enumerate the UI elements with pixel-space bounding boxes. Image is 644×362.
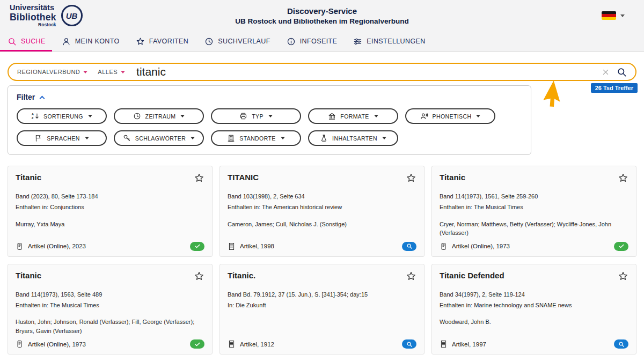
search-submit-icon[interactable] bbox=[617, 67, 627, 77]
result-volume: Band 114(1973), 1561, Seite 259-260 bbox=[440, 193, 628, 201]
chevron-down-icon bbox=[83, 71, 87, 73]
favorite-star-icon[interactable] bbox=[406, 173, 416, 186]
result-authors: Cryer, Norman; Matthews, Betty (Verfasse… bbox=[440, 220, 628, 238]
filter-sortierung-button[interactable]: AZ SORTIERUNG bbox=[17, 108, 107, 124]
result-card: Titanic Defended Band 34(1997), 2, Seite… bbox=[431, 264, 636, 355]
filter-formate-button[interactable]: FORMATE bbox=[308, 108, 398, 124]
filter-sprachen-button[interactable]: SPRACHEN bbox=[17, 130, 107, 146]
media-type-icon bbox=[16, 242, 24, 251]
nav-tab-favoriten[interactable]: FAVORITEN bbox=[136, 31, 189, 51]
check-icon bbox=[194, 243, 201, 249]
device-icon bbox=[16, 339, 24, 349]
result-authors: Huston, John; Johnson, Ronald (Verfasser… bbox=[16, 317, 204, 335]
chevron-down-icon bbox=[476, 115, 480, 117]
nav-tab-suchverlauf[interactable]: SUCHVERLAUF bbox=[204, 31, 270, 51]
nav-tab-mein-konto[interactable]: MEIN KONTO bbox=[62, 31, 120, 51]
catalog-scope-dropdown[interactable]: REGIONALVERBUND bbox=[17, 69, 87, 75]
favorite-star-icon[interactable] bbox=[194, 271, 204, 284]
availability-badge[interactable] bbox=[614, 339, 628, 349]
info-icon bbox=[287, 37, 296, 46]
result-card: Titanic Band 114(1973), 1561, Seite 259-… bbox=[431, 166, 636, 257]
clock-icon bbox=[133, 112, 141, 120]
search-icon bbox=[8, 37, 17, 46]
result-title[interactable]: Titanic. bbox=[228, 271, 255, 280]
logo-monogram: UB bbox=[66, 11, 78, 20]
result-contained-in: Enthalten in: Marine technology and SNAM… bbox=[440, 301, 628, 309]
filter-typ-button[interactable]: TYP bbox=[211, 108, 301, 124]
result-authors: Woodward, John B. bbox=[440, 317, 628, 335]
result-type-year: Artikel (Online), 1973 bbox=[452, 243, 610, 249]
language-selector[interactable] bbox=[602, 11, 625, 20]
flag-icon bbox=[34, 134, 42, 142]
logo-line1: Universitäts bbox=[10, 4, 56, 12]
result-type-year: Artikel, 1997 bbox=[452, 341, 610, 348]
document-icon bbox=[228, 339, 236, 349]
result-authors: Murray, Yxta Maya bbox=[16, 220, 204, 238]
check-icon bbox=[194, 341, 201, 348]
main-nav: SUCHE MEIN KONTO FAVORITEN SUCHVERLAUF I… bbox=[0, 31, 644, 52]
results-count-badge: 26 Tsd Treffer bbox=[591, 83, 638, 93]
filter-label: SPRACHEN bbox=[47, 135, 80, 142]
nav-tab-einstellungen[interactable]: EINSTELLUNGEN bbox=[353, 31, 425, 51]
result-card: Titanic Band (2023), 80, Seite 173-184 E… bbox=[8, 166, 213, 257]
nav-tab-label: INFOSEITE bbox=[300, 38, 338, 45]
result-type-year: Artikel (Online), 1973 bbox=[28, 341, 186, 348]
search-section: REGIONALVERBUND ALLES bbox=[8, 63, 636, 81]
chevron-down-icon bbox=[121, 71, 125, 73]
result-volume: Band 34(1997), 2, Seite 119-124 bbox=[440, 291, 628, 299]
favorite-star-icon[interactable] bbox=[194, 173, 204, 186]
favorite-star-icon[interactable] bbox=[618, 271, 628, 284]
nav-tab-suche[interactable]: SUCHE bbox=[8, 31, 46, 51]
result-title[interactable]: Titanic Defended bbox=[440, 271, 504, 280]
filter-inhaltsarten-button[interactable]: INHALTSARTEN bbox=[308, 130, 398, 146]
filter-phonetisch-button[interactable]: PHONETISCH bbox=[405, 108, 495, 124]
result-type-year: Artikel, 1998 bbox=[240, 243, 398, 249]
filter-standorte-button[interactable]: STANDORTE bbox=[211, 130, 301, 146]
nav-tab-infoseite[interactable]: INFOSEITE bbox=[287, 31, 338, 51]
result-card: Titanic. Band Bd. 79.1912, 37 (15. Jun.)… bbox=[219, 264, 425, 355]
availability-badge[interactable] bbox=[190, 339, 204, 349]
field-scope-dropdown[interactable]: ALLES bbox=[98, 69, 125, 75]
result-title[interactable]: Titanic bbox=[16, 173, 41, 182]
filter-schlagwoerter-button[interactable]: SCHLAGWÖRTER bbox=[114, 130, 204, 146]
search-input[interactable] bbox=[136, 65, 597, 78]
result-contained-in: Enthalten in: The Musical Times bbox=[440, 203, 628, 211]
search-bar-actions bbox=[602, 67, 627, 77]
result-type-year: Artikel (Online), 2023 bbox=[28, 243, 186, 249]
service-title: Discovery-Service bbox=[0, 6, 644, 16]
chevron-down-icon bbox=[620, 14, 625, 17]
filter-label: STANDORTE bbox=[239, 135, 275, 142]
star-icon bbox=[136, 37, 145, 46]
mouse-cursor-pointer bbox=[541, 80, 569, 110]
german-flag-icon bbox=[602, 11, 616, 20]
chevron-up-icon bbox=[40, 95, 45, 101]
result-footer: Artikel (Online), 1973 bbox=[16, 339, 204, 349]
nav-tab-label: FAVORITEN bbox=[149, 38, 189, 45]
result-volume: Band 114(1973), 1563, Seite 489 bbox=[16, 291, 204, 299]
svg-text:A: A bbox=[32, 113, 34, 116]
result-title[interactable]: Titanic bbox=[440, 173, 465, 182]
chevron-down-icon bbox=[180, 115, 185, 117]
result-volume: Band Bd. 79.1912, 37 (15. Jun.), S. [341… bbox=[228, 291, 416, 299]
availability-badge[interactable] bbox=[190, 242, 204, 251]
field-scope-label: ALLES bbox=[98, 69, 118, 75]
clear-icon[interactable] bbox=[602, 68, 610, 76]
favorite-star-icon[interactable] bbox=[406, 271, 416, 284]
filter-title: Filter bbox=[17, 93, 35, 101]
availability-badge[interactable] bbox=[402, 339, 416, 349]
search-bar[interactable]: REGIONALVERBUND ALLES bbox=[8, 63, 636, 81]
columns-icon bbox=[328, 112, 336, 120]
filter-collapse-toggle[interactable]: Filter bbox=[17, 93, 44, 101]
chevron-down-icon bbox=[374, 115, 378, 117]
favorite-star-icon[interactable] bbox=[618, 173, 628, 186]
service-subtitle: UB Rostock und Bibliotheken im Regionalv… bbox=[0, 17, 644, 25]
filter-zeitraum-button[interactable]: ZEITRAUM bbox=[114, 108, 204, 124]
result-title[interactable]: TITANIC bbox=[228, 173, 259, 182]
printer-icon bbox=[239, 112, 247, 120]
availability-badge[interactable] bbox=[614, 242, 628, 251]
filter-label: FORMATE bbox=[340, 113, 369, 120]
library-logo[interactable]: Universitäts Bibliothek Rostock UB bbox=[10, 4, 83, 27]
availability-badge[interactable] bbox=[402, 242, 416, 251]
nav-tab-label: SUCHE bbox=[21, 38, 46, 45]
result-title[interactable]: Titanic bbox=[16, 271, 41, 280]
